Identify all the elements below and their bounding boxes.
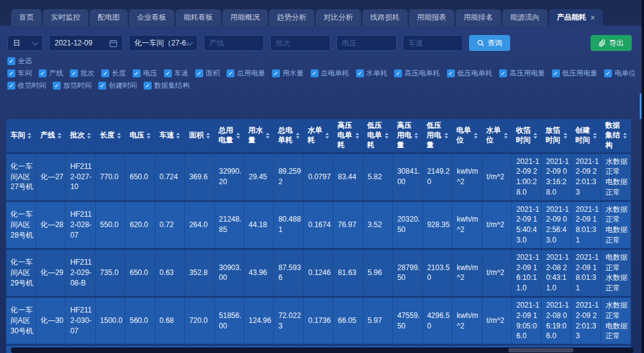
table-cell: 770.0 — [95, 153, 125, 201]
table-cell: 2021-12-08 20:43:11.0 — [541, 249, 571, 297]
table-cell: kwh/m^2 — [452, 201, 482, 249]
tab[interactable]: 实时监控 — [43, 9, 88, 26]
tab[interactable]: 能源流向 — [502, 9, 548, 26]
tab[interactable]: 趋势分析 — [269, 9, 314, 26]
column-checkbox[interactable]: ✓ 批次 — [70, 69, 95, 78]
tab[interactable]: 用能排名 — [456, 9, 501, 26]
column-checkbox[interactable]: ✓ 长度 — [101, 69, 126, 78]
column-checkbox[interactable]: ✓ 低压电单耗 — [447, 69, 493, 78]
table-cell: 化—30 — [36, 297, 65, 345]
column-header[interactable]: 长度 — [95, 119, 125, 153]
column-header[interactable]: 数据集结构 — [601, 119, 631, 153]
checkbox-label: 电压 — [143, 69, 157, 78]
table-cell: 2021-12-09 22:01:33 — [571, 297, 600, 345]
tab[interactable]: 配电图 — [90, 9, 128, 26]
checkbox-label: 数据集结构 — [154, 81, 190, 90]
tab[interactable]: 企业看板 — [129, 9, 174, 26]
tab[interactable]: 对比分析 — [316, 9, 361, 26]
table-cell: 化一车间A区30号机 — [6, 297, 36, 345]
table-row[interactable]: 化一车间A区29号机化—29HF2112-029-08-B735.0650.00… — [6, 249, 631, 297]
column-checkbox[interactable]: ✓ 总用电量 — [227, 69, 265, 78]
column-checkbox[interactable]: ✓ 收箔时间 — [7, 81, 46, 90]
sort-icon — [266, 133, 270, 139]
close-icon[interactable]: × — [591, 14, 595, 22]
tab[interactable]: 线路损耗 — [362, 9, 408, 26]
column-header[interactable]: 高压用电量 — [393, 119, 422, 153]
table-cell: 化—27 — [36, 153, 65, 201]
column-header-label: 面积 — [189, 131, 204, 141]
speed-input[interactable] — [403, 35, 463, 51]
column-checkbox[interactable]: ✓ 电压 — [133, 69, 157, 78]
column-header[interactable]: 用水量 — [244, 119, 274, 153]
column-checkbox[interactable]: ✓ 高压用电量 — [499, 69, 545, 78]
column-header[interactable]: 面积 — [185, 119, 214, 153]
column-checkbox[interactable]: ✓ 放箔时间 — [53, 81, 91, 90]
column-header[interactable]: 批次 — [66, 119, 95, 153]
column-header[interactable]: 水单位 — [482, 119, 511, 153]
checkbox-checked-icon: ✓ — [164, 69, 172, 77]
voltage-input[interactable] — [336, 35, 397, 51]
search-button-label: 查询 — [487, 38, 502, 48]
column-checkbox[interactable]: ✓ 水单耗 — [356, 69, 388, 78]
column-header[interactable]: 放箔时间 — [541, 119, 571, 153]
column-header[interactable]: 创建时间 — [571, 119, 600, 153]
select-all-checkbox[interactable]: ✓ 全选 — [7, 56, 32, 66]
column-checkbox[interactable]: ✓ 数据集结构 — [144, 81, 190, 90]
table-row[interactable]: 化一车间A区27号机化—27HF2112-027-10770.0650.00.7… — [6, 153, 631, 201]
checkbox-checked-icon: ✓ — [311, 69, 319, 77]
table-row[interactable]: 化一车间A区28号机化—28HF2112-028-07550.0620.00.7… — [6, 201, 631, 249]
table-cell: 47559.50 — [393, 297, 422, 345]
column-checkbox[interactable]: ✓ 高压电单耗 — [394, 69, 440, 78]
sort-icon — [355, 133, 359, 139]
column-header[interactable]: 产线 — [36, 119, 65, 153]
column-header[interactable]: 车间 — [6, 119, 36, 153]
table-row[interactable]: 化一车间A区30号机化—30HF2112-030-071500.0560.00.… — [6, 297, 631, 345]
period-select[interactable]: 日 — [7, 35, 43, 51]
workshop-select[interactable]: 化一车间（27-6... — [129, 35, 198, 51]
checkbox-label: 水单耗 — [367, 69, 388, 78]
column-checkbox[interactable]: ✓ 产线 — [39, 69, 63, 78]
horizontal-scrollbar[interactable] — [11, 347, 634, 353]
tab[interactable]: 首页 — [11, 9, 42, 26]
column-header[interactable]: 收箔时间 — [511, 119, 541, 153]
batch-input[interactable] — [270, 35, 330, 51]
tab[interactable]: 产品能耗 × — [549, 9, 603, 26]
horizontal-scrollbar-thumb[interactable] — [508, 348, 573, 352]
column-checkbox[interactable]: ✓ 车速 — [164, 69, 188, 78]
column-checkbox[interactable]: ✓ 用水量 — [272, 69, 304, 78]
column-header[interactable]: 电压 — [125, 119, 155, 153]
checkbox-checked-icon: ✓ — [98, 82, 106, 90]
column-checkbox[interactable]: ✓ 电单位 — [604, 69, 636, 78]
tab-label: 线路损耗 — [370, 12, 400, 23]
column-header[interactable]: 车速 — [155, 119, 184, 153]
column-checkbox[interactable]: ✓ 面积 — [195, 69, 220, 78]
column-checkbox[interactable]: ✓ 低压用电量 — [552, 69, 598, 78]
checkbox-checked-icon: ✓ — [356, 69, 364, 77]
date-picker[interactable]: 2021-12-09 — [49, 35, 123, 51]
tab[interactable]: 用能报表 — [409, 9, 454, 26]
column-header[interactable]: 总电单耗 — [274, 119, 303, 153]
column-header[interactable]: 总用电量 — [214, 119, 244, 153]
checkbox-label: 放箔时间 — [63, 81, 91, 90]
sort-icon — [325, 133, 329, 139]
column-header-label: 车间 — [10, 131, 25, 141]
column-checkbox[interactable]: ✓ 车间 — [7, 69, 32, 78]
date-value: 2021-12-09 — [55, 39, 92, 47]
line-input[interactable] — [204, 35, 264, 51]
tab[interactable]: 用能概况 — [222, 9, 268, 26]
column-header[interactable]: 低压电单耗 — [363, 119, 392, 153]
tab[interactable]: 能耗看板 — [176, 9, 221, 26]
table-cell: t/m^2 — [482, 201, 511, 249]
column-header[interactable]: 水单耗 — [303, 119, 333, 153]
column-header[interactable]: 低压用电量 — [422, 119, 452, 153]
table-cell: 264.0 — [185, 201, 214, 249]
column-checkbox[interactable]: ✓ 创建时间 — [98, 81, 137, 90]
sort-icon — [296, 133, 300, 139]
export-button[interactable]: 导出 — [591, 35, 632, 51]
checkbox-label: 高压电单耗 — [405, 69, 440, 78]
search-button[interactable]: 查询 — [469, 35, 510, 51]
column-checkbox[interactable]: ✓ 总电单耗 — [311, 69, 349, 78]
column-header-label: 车速 — [159, 131, 174, 141]
column-header[interactable]: 电单位 — [452, 119, 482, 153]
column-header[interactable]: 高压电单耗 — [333, 119, 363, 153]
